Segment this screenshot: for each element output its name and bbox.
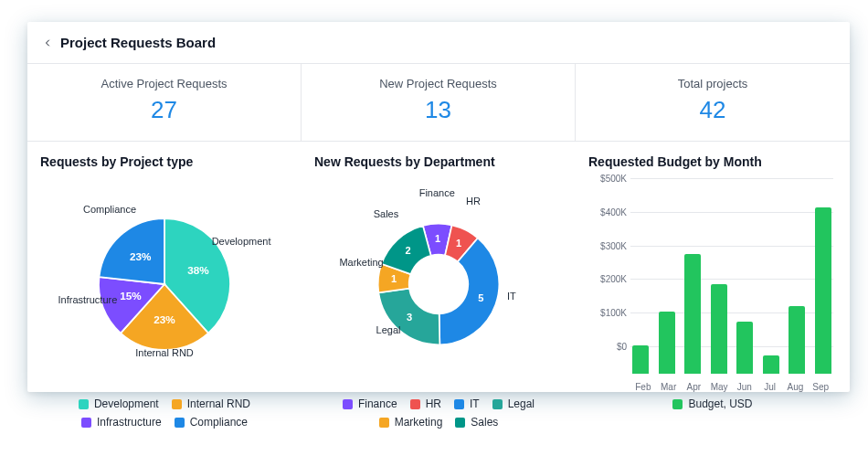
legend-label: Development	[94, 397, 159, 410]
legend-label: Compliance	[190, 416, 248, 429]
bar	[659, 312, 675, 374]
kpi-total: Total projects 42	[576, 64, 850, 141]
legend-swatch	[455, 418, 465, 428]
legend-item: Compliance	[175, 416, 248, 429]
kpi-value: 42	[583, 96, 842, 124]
kpi-row: Active Project Requests 27 New Project R…	[27, 64, 850, 142]
legend-item: Infrastructure	[81, 416, 162, 429]
donut-slice-value: 1	[456, 238, 461, 249]
kpi-label: Total projects	[583, 77, 842, 90]
kpi-label: New Project Requests	[309, 77, 567, 90]
donut-slice-value: 3	[407, 312, 412, 323]
x-tick-label: Jun	[732, 382, 757, 392]
x-tick-label: Feb	[630, 382, 656, 392]
donut-slice-value: 1	[391, 273, 397, 284]
legend-swatch	[343, 399, 353, 409]
donut-slice-label: Finance	[419, 187, 455, 198]
legend-item: Development	[79, 397, 159, 410]
chart-budget-by-month: Requested Budget by Month $0$100K$200K$3…	[576, 142, 850, 392]
back-icon[interactable]	[42, 37, 53, 48]
x-tick-label: Aug	[783, 382, 809, 392]
bar	[711, 284, 727, 374]
legend-label: Sales	[471, 416, 498, 429]
bar-chart: $0$100K$200K$300K$400K$500KFebMarAprMayJ…	[588, 175, 837, 394]
bar	[789, 306, 805, 374]
legend-swatch	[492, 399, 503, 409]
chart-title: New Requests by Department	[314, 154, 563, 169]
legend-swatch	[79, 399, 89, 409]
legend-label: Marketing	[395, 416, 443, 429]
legend-swatch	[172, 399, 182, 409]
y-tick-label: $100K	[588, 308, 627, 318]
donut-chart: 115312 FinanceHRITLegalMarketingSales	[314, 175, 563, 394]
bar-legend: Budget, USD	[588, 394, 837, 410]
legend-swatch	[81, 418, 91, 428]
bar	[632, 345, 649, 374]
legend-item: HR	[410, 397, 441, 410]
legend-swatch	[379, 418, 389, 428]
kpi-new: New Project Requests 13	[302, 64, 576, 141]
kpi-value: 13	[309, 96, 567, 124]
pie-slice-value: 38%	[187, 264, 209, 276]
legend-item: Finance	[343, 397, 397, 410]
bar	[815, 207, 831, 374]
legend-swatch	[454, 399, 464, 409]
chart-requests-by-dept: New Requests by Department 115312 Financ…	[302, 142, 576, 392]
bar	[763, 355, 779, 374]
donut-slice-label: HR	[466, 196, 481, 207]
y-tick-label: $500K	[588, 174, 627, 184]
donut-legend: FinanceHRITLegalMarketingSales	[314, 394, 563, 429]
donut-slice-value: 5	[478, 292, 483, 303]
chart-title: Requested Budget by Month	[588, 154, 837, 169]
donut-slice-value: 2	[405, 245, 410, 256]
legend-label: Budget, USD	[688, 397, 752, 410]
y-tick-label: $0	[588, 342, 627, 352]
legend-swatch	[672, 399, 683, 409]
legend-item: Legal	[492, 397, 535, 410]
bar	[684, 254, 701, 374]
chart-title: Requests by Project type	[40, 154, 289, 169]
y-tick-label: $200K	[588, 274, 627, 284]
project-requests-board: Project Requests Board Active Project Re…	[27, 22, 850, 392]
legend-swatch	[175, 418, 185, 428]
x-tick-label: Mar	[656, 382, 682, 392]
legend-item: IT	[454, 397, 480, 410]
pie-chart: 38%23%15%23% DevelopmentInternal RNDInfr…	[40, 175, 289, 394]
legend-label: Legal	[508, 397, 535, 410]
legend-label: IT	[470, 397, 480, 410]
legend-item: Sales	[455, 416, 498, 429]
donut-slice-value: 1	[435, 233, 440, 244]
x-tick-label: Apr	[682, 382, 707, 392]
legend-label: Finance	[358, 397, 397, 410]
chart-requests-by-type: Requests by Project type 38%23%15%23% De…	[27, 142, 302, 392]
pie-slice-value: 23%	[130, 250, 152, 262]
kpi-active: Active Project Requests 27	[27, 64, 302, 141]
bar	[736, 322, 753, 374]
legend-swatch	[410, 399, 420, 409]
legend-label: Internal RND	[187, 397, 250, 410]
pie-slice-value: 23%	[153, 313, 175, 325]
legend-label: HR	[426, 397, 441, 410]
page-title: Project Requests Board	[60, 35, 216, 50]
kpi-label: Active Project Requests	[35, 77, 293, 90]
y-tick-label: $300K	[588, 240, 627, 250]
legend-item: Budget, USD	[672, 397, 752, 410]
pie-slice-value: 15%	[120, 290, 142, 302]
legend-item: Internal RND	[172, 397, 250, 410]
y-tick-label: $400K	[588, 207, 627, 217]
legend-item: Marketing	[379, 416, 443, 429]
kpi-value: 27	[35, 96, 293, 124]
x-tick-label: Sep	[808, 382, 833, 392]
board-header: Project Requests Board	[27, 22, 850, 64]
charts-row: Requests by Project type 38%23%15%23% De…	[27, 142, 850, 392]
x-tick-label: May	[706, 382, 732, 392]
x-tick-label: Jul	[757, 382, 783, 392]
legend-label: Infrastructure	[97, 416, 162, 429]
pie-legend: DevelopmentInternal RNDInfrastructureCom…	[40, 394, 289, 429]
